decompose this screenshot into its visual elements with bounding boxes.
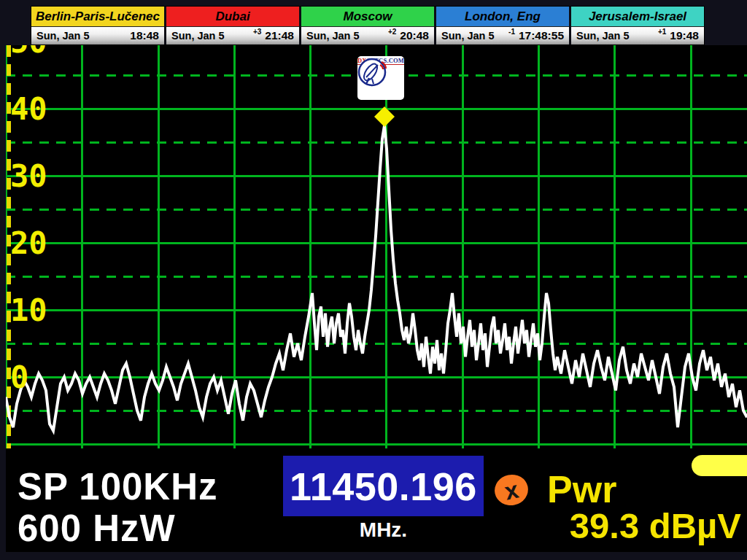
utc-offset: +1 — [658, 28, 666, 36]
clock-time: 17:48:55 — [519, 29, 564, 42]
clock-date: Sun, Jan 5 — [306, 30, 360, 42]
readout-bar: SP 100KHz 600 HzW 11450.196 MHz. x Pwr 3… — [6, 448, 747, 552]
spectrum-plot: 50403020100 DXSATCS.COM — [6, 45, 747, 448]
rbw-setting: 600 HzW — [18, 508, 218, 549]
city-name: Dubai — [166, 7, 299, 27]
span-setting: SP 100KHz — [18, 466, 218, 508]
cancel-x-icon[interactable]: x — [492, 472, 531, 509]
world-clock-bar: Berlin-Paris-Lučenec Sun, Jan 5 18:48 Du… — [31, 6, 705, 45]
clock-city-jerusalem: Jerusalem-Israel Sun, Jan 5 +1 19:48 — [571, 7, 704, 44]
city-name: Berlin-Paris-Lučenec — [31, 7, 164, 27]
clock-date: Sun, Jan 5 — [576, 30, 630, 42]
frequency-unit-label: MHz. — [283, 518, 484, 542]
dxsatcs-logo: DXSATCS.COM — [357, 56, 404, 100]
clock-time: 18:48 — [130, 29, 159, 42]
power-label: Pwr — [547, 467, 616, 511]
city-name: Moscow — [301, 7, 434, 27]
utc-offset: +3 — [253, 28, 261, 36]
clock-city-berlin: Berlin-Paris-Lučenec Sun, Jan 5 18:48 — [31, 7, 166, 44]
svg-text:50: 50 — [10, 45, 47, 60]
power-value: 39.3 dBµV — [570, 505, 741, 546]
yellow-indicator-pill — [692, 455, 747, 476]
utc-offset: -1 — [508, 28, 515, 36]
clock-date: Sun, Jan 5 — [441, 30, 495, 42]
svg-text:0: 0 — [10, 359, 28, 395]
clock-city-london: London, Eng Sun, Jan 5 -1 17:48:55 — [436, 7, 571, 44]
spectrum-canvas: 50403020100 — [6, 45, 747, 448]
clock-time: 21:48 — [265, 29, 294, 42]
analyzer-screen: Berlin-Paris-Lučenec Sun, Jan 5 18:48 Du… — [0, 0, 747, 560]
svg-text:40: 40 — [10, 91, 47, 127]
utc-offset: +2 — [388, 28, 396, 36]
city-name: London, Eng — [436, 7, 569, 27]
clock-city-moscow: Moscow Sun, Jan 5 +2 20:48 — [301, 7, 436, 44]
city-name: Jerusalem-Israel — [571, 7, 704, 27]
satellite-dish-icon — [357, 56, 388, 88]
frequency-field[interactable]: 11450.196 — [283, 456, 484, 516]
svg-text:20: 20 — [10, 225, 47, 261]
clock-date: Sun, Jan 5 — [171, 30, 225, 42]
clock-date: Sun, Jan 5 — [36, 30, 90, 42]
clock-time: 19:48 — [670, 29, 699, 42]
clock-time: 20:48 — [400, 29, 429, 42]
clock-city-dubai: Dubai Sun, Jan 5 +3 21:48 — [166, 7, 301, 44]
svg-text:30: 30 — [10, 158, 47, 194]
svg-text:10: 10 — [10, 292, 47, 328]
